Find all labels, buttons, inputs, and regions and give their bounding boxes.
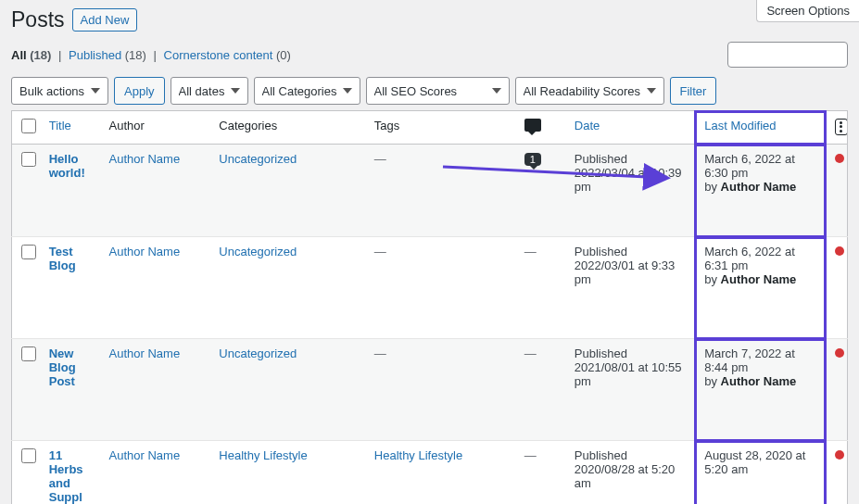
author-link[interactable]: Author Name [109, 448, 181, 462]
bulk-actions-select[interactable]: Bulk actions [11, 77, 108, 105]
comment-count[interactable]: 1 [524, 153, 541, 166]
row-checkbox[interactable] [21, 152, 36, 167]
page-title: Posts [11, 7, 65, 32]
author-link[interactable]: Author Name [109, 245, 181, 258]
no-tags: — [374, 346, 386, 360]
modified-by: by Author Name [704, 180, 796, 194]
seo-score-dot [835, 348, 844, 358]
view-cornerstone[interactable]: Cornerstone content [164, 48, 273, 62]
modified-date: March 6, 2022 at 6:31 pm [704, 245, 795, 272]
date-status: Published [575, 245, 627, 258]
seo-score-dot [835, 154, 844, 163]
post-title-link[interactable]: Hello world! [49, 152, 85, 180]
category-link[interactable]: Uncategorized [219, 245, 297, 258]
col-tags: Tags [365, 111, 515, 145]
posts-table: Title Author Categories Tags Date Last M… [11, 110, 848, 504]
date-value: 2022/03/01 at 9:33 pm [575, 258, 675, 286]
col-title[interactable]: Title [40, 111, 100, 145]
search-input[interactable] [727, 42, 848, 68]
date-value: 2022/03/04 at 10:39 pm [575, 166, 682, 194]
comment-icon [524, 119, 541, 132]
modified-by: by Author Name [704, 272, 796, 286]
view-all[interactable]: All (18) [11, 48, 51, 62]
select-all-checkbox[interactable] [21, 119, 36, 133]
post-title-link[interactable]: 11 Herbs and Suppl [49, 448, 83, 504]
modified-date: March 7, 2022 at 8:44 pm [704, 346, 795, 374]
no-comments: — [524, 346, 537, 360]
col-last-modified[interactable]: Last Modified [695, 111, 825, 145]
filter-button[interactable]: Filter [670, 77, 717, 105]
row-checkbox[interactable] [21, 448, 36, 463]
seo-score-dot [835, 246, 844, 256]
date-status: Published [575, 448, 627, 462]
row-checkbox[interactable] [21, 346, 36, 361]
no-tags: — [374, 245, 386, 258]
col-comments[interactable] [515, 111, 565, 145]
date-value: 2020/08/28 at 5:20 am [575, 462, 675, 490]
col-author: Author [100, 111, 210, 145]
modified-date: March 6, 2022 at 6:30 pm [704, 152, 795, 180]
no-comments: — [524, 448, 537, 462]
post-title-link[interactable]: New Blog Post [49, 346, 76, 388]
no-comments: — [524, 245, 537, 258]
category-link[interactable]: Uncategorized [219, 152, 297, 166]
no-tags: — [374, 152, 386, 166]
category-link[interactable]: Healthy Lifestyle [219, 448, 307, 462]
category-link[interactable]: Uncategorized [219, 346, 297, 360]
add-new-button[interactable]: Add New [72, 8, 138, 32]
col-date[interactable]: Date [565, 111, 695, 145]
date-status: Published [575, 346, 627, 360]
dates-filter[interactable]: All dates [171, 77, 248, 105]
table-row: Test BlogAuthor NameUncategorized——Publi… [12, 237, 848, 339]
date-value: 2021/08/01 at 10:55 pm [575, 360, 682, 388]
author-link[interactable]: Author Name [109, 346, 181, 360]
tag-link[interactable]: Healthy Lifestyle [374, 448, 462, 462]
seo-score-dot [835, 450, 844, 460]
date-status: Published [575, 152, 627, 166]
author-link[interactable]: Author Name [109, 152, 181, 166]
screen-options-tab[interactable]: Screen Options [756, 0, 859, 22]
table-row: Hello world!Author NameUncategorized—1Pu… [12, 145, 848, 237]
col-seo-indicator [826, 111, 848, 145]
apply-button[interactable]: Apply [114, 77, 165, 105]
seo-filter[interactable]: All SEO Scores [366, 77, 510, 105]
readability-filter[interactable]: All Readability Scores [515, 77, 664, 105]
modified-date: August 28, 2020 at 5:20 am [704, 448, 805, 476]
col-categories: Categories [209, 111, 364, 145]
modified-by: by Author Name [704, 374, 796, 388]
table-row: 11 Herbs and SupplAuthor NameHealthy Lif… [12, 441, 848, 505]
row-checkbox[interactable] [21, 245, 36, 259]
post-title-link[interactable]: Test Blog [49, 245, 76, 272]
categories-filter[interactable]: All Categories [254, 77, 360, 105]
table-row: New Blog PostAuthor NameUncategorized——P… [12, 339, 848, 441]
traffic-light-icon [835, 119, 848, 135]
view-published[interactable]: Published (18) [69, 48, 146, 62]
